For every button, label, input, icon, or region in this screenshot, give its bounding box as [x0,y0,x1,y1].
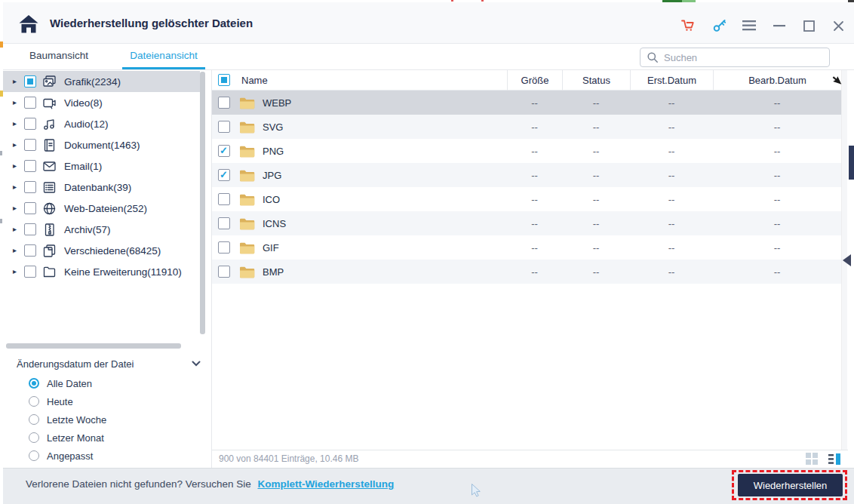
filter-option-letzer-monat[interactable]: Letzer Monat [29,429,106,447]
sidebar-item-audio-12[interactable]: ▸Audio(12) [3,113,200,134]
expand-arrow-icon[interactable]: ▸ [13,198,20,219]
sidebar-item-datenbank-39[interactable]: ▸Datenbank(39) [3,177,200,198]
row-checkbox[interactable] [218,121,230,133]
table-vertical-scrollbar[interactable] [841,70,847,450]
hint-text: Verlorene Dateien nicht gefunden? Versuc… [26,478,251,490]
table-row-ico[interactable]: ICO-------- [212,187,841,211]
sidebar-item-keine-erweiterung-11910[interactable]: ▸Keine Erweiterung(11910) [3,261,200,282]
row-checkbox[interactable] [218,266,230,278]
category-checkbox[interactable] [24,97,36,109]
column-header-name[interactable]: Name [212,70,507,91]
folder-icon [239,217,255,230]
expand-arrow-icon[interactable]: ▸ [13,92,20,113]
column-header-modified[interactable]: Bearb.Datum [713,70,841,91]
expand-arrow-icon[interactable]: ▸ [13,261,20,282]
sidebar-item-verschiedene-68425[interactable]: ▸Verschiedene(68425) [3,240,200,261]
screen-edge-artifact [481,0,484,2]
email-icon [42,159,57,174]
chevron-down-icon[interactable] [192,361,201,367]
close-icon[interactable] [830,18,846,33]
full-recovery-link[interactable]: Komplett-Wiederherstellung [257,478,394,490]
category-checkbox[interactable] [24,160,36,172]
menu-icon[interactable] [741,18,757,33]
grid-view-icon[interactable] [806,453,819,466]
search-box[interactable] [640,48,830,67]
column-header-created[interactable]: Erst.Datum [630,70,713,91]
category-checkbox[interactable] [24,202,36,214]
file-name: ICNS [263,218,286,229]
cart-icon[interactable] [680,18,696,33]
table-row-icns[interactable]: ICNS-------- [212,211,841,235]
sidebar-item-email-1[interactable]: ▸Email(1) [3,155,200,177]
row-checkbox[interactable] [218,97,230,109]
sidebar-item-archiv-57[interactable]: ▸Archiv(57) [3,219,200,240]
category-checkbox[interactable] [24,181,36,193]
row-checkbox[interactable] [218,145,230,157]
row-checkbox[interactable] [218,193,230,205]
tab-dateienansicht[interactable]: Dateienansicht [122,44,205,69]
search-input[interactable] [664,52,829,63]
category-checkbox[interactable] [24,223,36,235]
cell-size: -- [507,97,562,109]
cell-status: -- [562,218,630,229]
radio-unselected[interactable] [29,396,39,407]
expand-arrow-icon[interactable]: ▸ [13,113,20,134]
category-checkbox[interactable] [24,139,36,151]
folder-icon [239,121,255,134]
sidebar-item-web-dateien-252[interactable]: ▸Web-Dateien(252) [3,198,200,219]
category-checkbox[interactable] [24,118,36,130]
row-checkbox[interactable] [218,169,230,181]
table-row-png[interactable]: PNG-------- [212,139,841,163]
table-row-svg[interactable]: SVG-------- [212,115,841,139]
minimize-icon[interactable] [771,18,788,33]
screen-edge-artifact [0,219,2,223]
table-row-webp[interactable]: WEBP-------- [212,91,841,115]
table-row-bmp[interactable]: BMP-------- [212,260,841,284]
row-checkbox[interactable] [218,217,230,229]
filter-option-heute[interactable]: Heute [29,392,106,410]
expand-arrow-icon[interactable]: ▸ [13,71,20,92]
expand-arrow-icon[interactable]: ▸ [13,240,20,261]
folder-icon [239,266,255,278]
radio-selected[interactable] [29,378,39,389]
folder-icon [239,169,255,182]
tab-baumansicht[interactable]: Baumansicht [26,44,92,69]
sidebar-item-video-8[interactable]: ▸Video(8) [3,92,200,113]
table-row-jpg[interactable]: JPG-------- [212,163,841,187]
key-icon[interactable] [711,18,728,33]
home-icon[interactable] [18,14,39,34]
scrollbar-thumb[interactable] [200,72,205,334]
expand-arrow-icon[interactable]: ▸ [13,134,20,155]
sidebar-item-grafik-2234[interactable]: ▸Grafik(2234) [3,71,200,92]
select-all-checkbox[interactable] [218,74,230,86]
radio-unselected[interactable] [29,450,39,461]
category-checkbox[interactable] [24,244,36,257]
category-checkbox[interactable] [24,266,36,278]
table-row-gif[interactable]: GIF-------- [212,235,841,260]
filter-option-letzte-woche[interactable]: Letzte Woche [29,410,106,429]
file-name: GIF [263,242,279,254]
maximize-icon[interactable] [800,18,817,33]
expand-arrow-icon[interactable]: ▸ [13,177,20,198]
list-view-icon[interactable] [828,453,841,466]
filter-option-label: Alle Daten [47,378,92,389]
column-header-size[interactable]: Größe [507,70,562,91]
filter-option-alle-daten[interactable]: Alle Daten [29,374,106,392]
cell-status: -- [562,266,630,278]
expand-arrow-icon[interactable]: ▸ [13,219,20,240]
cell-status: -- [562,194,630,205]
scrollbar-thumb[interactable] [6,343,181,349]
sidebar-vertical-scrollbar[interactable] [200,72,205,337]
radio-unselected[interactable] [29,432,39,443]
file-name-cell: JPG [212,169,507,182]
recover-button[interactable]: Wiederherstellen [738,474,843,496]
category-checkbox[interactable] [24,75,36,88]
row-checkbox[interactable] [218,241,230,254]
expand-arrow-icon[interactable]: ▸ [13,155,20,177]
sidebar-item-dokument-1463[interactable]: ▸Dokument(1463) [3,134,200,155]
filter-option-angepasst[interactable]: Angepasst [29,447,106,465]
filter-header[interactable]: Änderungsdatum der Datei [17,356,201,371]
column-header-status[interactable]: Status [562,70,630,91]
radio-unselected[interactable] [29,414,39,425]
sidebar-horizontal-scrollbar[interactable] [6,343,195,349]
